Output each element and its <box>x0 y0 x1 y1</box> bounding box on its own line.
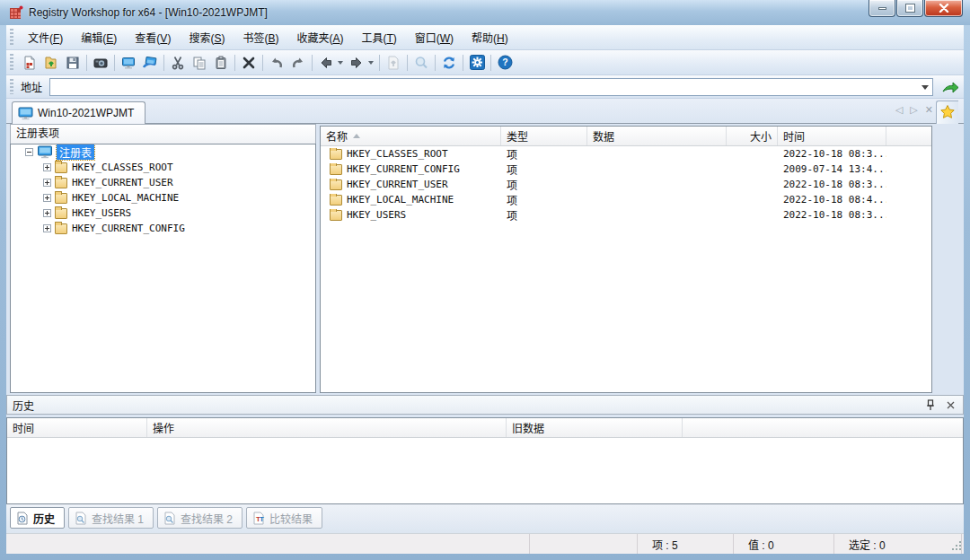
menu-file[interactable]: 文件(F) <box>19 26 72 48</box>
column-header-time[interactable]: 时间 <box>778 127 886 145</box>
help-button[interactable]: ? <box>494 52 516 73</box>
back-button[interactable] <box>315 52 337 73</box>
tab-compare-results[interactable]: TT 比较结果 <box>246 507 322 529</box>
list-row[interactable]: HKEY_CURRENT_USER 项 2022-10-18 08:3... <box>321 177 931 192</box>
list-row[interactable]: HKEY_LOCAL_MACHINE 项 2022-10-18 08:4... <box>321 192 931 207</box>
import-button[interactable] <box>40 52 62 73</box>
menu-view[interactable]: 查看(V) <box>126 26 180 48</box>
tree-item-hklm[interactable]: HKEY_LOCAL_MACHINE <box>11 190 315 206</box>
tab-label: 查找结果 1 <box>92 511 144 526</box>
tree-item-label[interactable]: HKEY_CLASSES_ROOT <box>72 162 173 173</box>
close-button[interactable] <box>924 0 963 17</box>
tree-item-label[interactable]: HKEY_CURRENT_USER <box>72 177 173 188</box>
tree-item-label[interactable]: HKEY_USERS <box>72 207 131 219</box>
tree-item-label[interactable]: HKEY_CURRENT_CONFIG <box>72 223 185 234</box>
expand-icon[interactable] <box>43 163 51 171</box>
registry-tree-panel: 注册表项 注册表 HKEY_CLASSES_ROOT HKEY_CURRENT_… <box>10 124 316 393</box>
expand-icon[interactable] <box>43 209 51 217</box>
column-header-old-data[interactable]: 旧数据 <box>507 418 683 437</box>
list-row[interactable]: HKEY_CLASSES_ROOT 项 2022-10-18 08:3... <box>321 146 931 162</box>
column-header-name[interactable]: 名称 <box>321 127 501 145</box>
history-panel: 历史 时间 操作 旧数据 <box>6 395 964 504</box>
tab-scroll-right-button[interactable]: ▷ <box>910 104 917 116</box>
save-button[interactable] <box>62 52 84 73</box>
toolbar-separator <box>262 55 263 71</box>
expand-icon[interactable] <box>43 224 51 232</box>
tree-item-hkcu[interactable]: HKEY_CURRENT_USER <box>11 175 315 190</box>
forward-button[interactable] <box>346 52 367 73</box>
redo-button[interactable] <box>287 52 309 73</box>
toolbar-separator <box>463 55 463 71</box>
go-button[interactable] <box>939 77 962 97</box>
column-header-size[interactable]: 大小 <box>727 127 778 145</box>
address-dropdown-icon[interactable] <box>922 85 929 90</box>
panel-close-button[interactable] <box>943 398 957 411</box>
tab-history[interactable]: 历史 <box>10 507 65 529</box>
history-header: 时间 操作 旧数据 <box>7 418 963 438</box>
copy-button[interactable] <box>189 52 210 73</box>
menu-tools[interactable]: 工具(T) <box>352 26 405 48</box>
registry-tree[interactable]: 注册表 HKEY_CLASSES_ROOT HKEY_CURRENT_USER … <box>10 144 316 393</box>
collapse-icon[interactable] <box>25 148 33 156</box>
tree-item-hku[interactable]: HKEY_USERS <box>11 206 315 221</box>
pin-button[interactable] <box>923 398 938 411</box>
delete-button[interactable] <box>238 52 260 73</box>
expand-icon[interactable] <box>43 179 51 187</box>
undo-button[interactable] <box>266 52 287 73</box>
local-computer-button[interactable] <box>118 52 139 73</box>
minimize-button[interactable] <box>869 0 895 17</box>
tab-win10-2021wpjmt[interactable]: Win10-2021WPJMT <box>12 101 146 124</box>
find-results-tab-icon <box>163 512 176 525</box>
refresh-button[interactable] <box>438 52 460 73</box>
forward-dropdown-icon[interactable] <box>368 61 374 65</box>
history-title: 历史 <box>13 398 34 413</box>
menu-edit[interactable]: 编辑(E) <box>72 26 126 48</box>
maximize-button[interactable] <box>896 0 923 17</box>
tree-item-hkcc[interactable]: HKEY_CURRENT_CONFIG <box>11 221 315 236</box>
remote-computer-button[interactable] <box>139 52 161 73</box>
list-row[interactable]: HKEY_USERS 项 2022-10-18 08:3... <box>321 207 931 223</box>
address-input[interactable] <box>52 80 916 94</box>
status-values: 值 : 0 <box>734 534 834 554</box>
menu-favorites[interactable]: 收藏夹(A) <box>287 26 352 48</box>
column-header-data[interactable]: 数据 <box>587 127 727 145</box>
options-button[interactable] <box>466 52 488 73</box>
tree-item-hkcr[interactable]: HKEY_CLASSES_ROOT <box>11 160 315 175</box>
options-icon <box>470 55 485 70</box>
tab-find-results-2[interactable]: 查找结果 2 <box>157 507 242 529</box>
minimize-icon <box>878 7 886 10</box>
snapshot-button[interactable] <box>90 52 111 73</box>
tab-find-results-1[interactable]: 查找结果 1 <box>68 507 154 529</box>
back-icon <box>319 56 333 70</box>
column-header-type[interactable]: 类型 <box>501 127 587 145</box>
window-title: Registry Workshop for x64 - [Win10-2021W… <box>29 6 268 19</box>
tab-close-button[interactable]: ✕ <box>925 104 933 116</box>
back-dropdown-icon[interactable] <box>338 61 343 65</box>
computer-icon <box>18 107 33 120</box>
new-key-icon <box>22 56 37 70</box>
resize-grip[interactable] <box>951 540 962 551</box>
list-row[interactable]: HKEY_CURRENT_CONFIG 项 2009-07-14 13:4... <box>321 162 931 177</box>
status-selected: 选定 : 0 <box>834 534 962 554</box>
column-header-operation[interactable]: 操作 <box>147 418 507 437</box>
new-key-button[interactable] <box>19 52 40 73</box>
menu-search[interactable]: 搜索(S) <box>180 26 234 48</box>
menu-bookmarks[interactable]: 书签(B) <box>234 26 287 48</box>
find-button[interactable] <box>410 52 432 73</box>
column-header-time[interactable]: 时间 <box>7 418 147 437</box>
key-type: 项 <box>501 192 587 207</box>
tree-item-root[interactable]: 注册表 <box>11 144 315 160</box>
svg-text:T: T <box>260 515 264 523</box>
expand-icon[interactable] <box>43 194 51 202</box>
export-button[interactable] <box>383 52 404 73</box>
tree-item-label-selected[interactable]: 注册表 <box>57 144 94 160</box>
find-icon <box>414 56 428 70</box>
menu-window[interactable]: 窗口(W) <box>406 26 463 48</box>
tree-item-label[interactable]: HKEY_LOCAL_MACHINE <box>72 192 179 204</box>
paste-button[interactable] <box>210 52 232 73</box>
tab-scroll-left-button[interactable]: ◁ <box>895 104 903 116</box>
cut-button[interactable] <box>167 52 189 73</box>
toolbar-separator <box>86 55 87 71</box>
star-icon <box>939 104 956 120</box>
menu-help[interactable]: 帮助(H) <box>463 26 517 48</box>
